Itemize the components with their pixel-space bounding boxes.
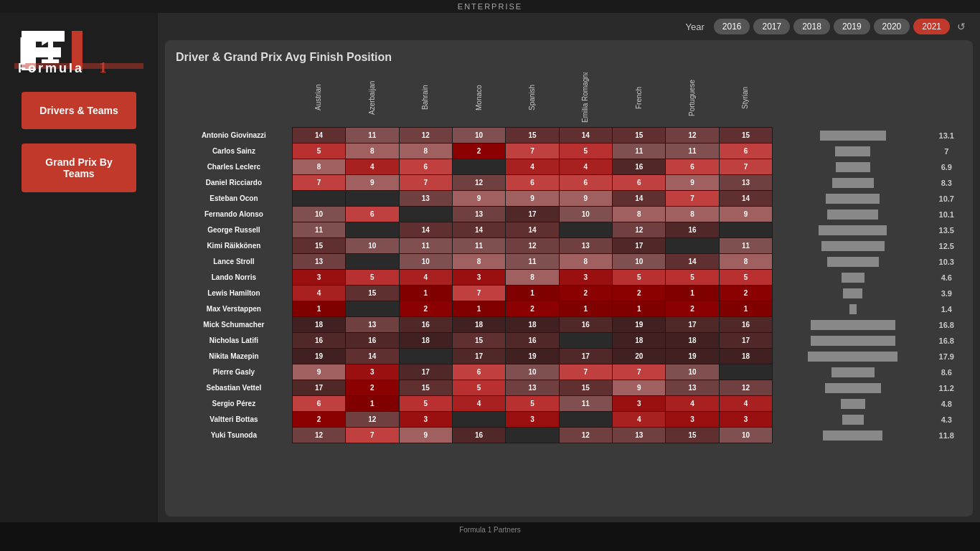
heatmap-cell: 4: [346, 159, 399, 175]
heatmap-cell: 11: [666, 143, 719, 159]
heatmap-cell: 10: [506, 364, 559, 380]
heatmap-cell: 14: [399, 222, 452, 238]
heatmap-cell: 8: [292, 159, 345, 175]
heatmap-cell: 5: [506, 396, 559, 412]
avg-value: 16.8: [928, 333, 961, 349]
heatmap-cell: 8: [452, 254, 505, 270]
heatmap-cell: 14: [506, 222, 559, 238]
refresh-icon[interactable]: ↺: [957, 21, 966, 32]
avg-bar-cell: [773, 286, 928, 301]
heatmap-cell: 14: [666, 254, 719, 270]
heatmap-cell: 6: [613, 175, 666, 191]
drivers-teams-button[interactable]: Drivers & Teams: [22, 92, 136, 129]
avg-bar-cell: [773, 270, 928, 286]
heatmap-cell: 14: [452, 222, 505, 238]
heatmap-cell: 13: [399, 191, 452, 207]
avg-value: 8.3: [928, 175, 961, 191]
heatmap-cell: 17: [292, 380, 345, 396]
heatmap-cell: 7: [559, 364, 612, 380]
heatmap-cell: 14: [719, 191, 772, 207]
avg-value: 13.1: [928, 128, 961, 143]
heatmap-cell: 6: [719, 143, 772, 159]
heatmap-cell: 8: [506, 270, 559, 286]
grand-prix-by-teams-button[interactable]: Grand Prix By Teams: [22, 143, 136, 192]
driver-name: Lance Stroll: [176, 254, 292, 270]
heatmap-table: Austrian Azerbaijan Bahrain Monaco Spani…: [176, 72, 962, 443]
heatmap-cell: 4: [506, 159, 559, 175]
table-row: Charles Leclerc8464416676.9: [176, 159, 962, 175]
avg-value: 4.6: [928, 270, 961, 286]
heatmap-cell: 13: [666, 380, 719, 396]
table-row: Max Verstappen121211211.4: [176, 301, 962, 317]
heatmap-cell: 2: [559, 286, 612, 301]
heatmap-cell: 16: [613, 159, 666, 175]
heatmap-cell: 18: [292, 317, 345, 333]
heatmap-cell: 18: [506, 317, 559, 333]
year-2020[interactable]: 2020: [874, 19, 910, 34]
heatmap-cell: 14: [292, 128, 345, 143]
heatmap-cell: 13: [292, 254, 345, 270]
heatmap-cell: 6: [666, 159, 719, 175]
heatmap-cell: 1: [719, 301, 772, 317]
year-selector: Year 2016 2017 2018 2019 2020 2021 ↺: [165, 19, 973, 34]
heatmap-cell: 16: [292, 333, 345, 349]
driver-name: Valtteri Bottas: [176, 412, 292, 428]
avg-bar-cell: [773, 128, 928, 143]
heatmap-cell: [719, 364, 772, 380]
year-2021[interactable]: 2021: [913, 19, 950, 34]
avg-value: 7: [928, 143, 961, 159]
heatmap-cell: 1: [399, 286, 452, 301]
heatmap-cell: 9: [613, 380, 666, 396]
table-row: Esteban Ocon139991471410.7: [176, 191, 962, 207]
heatmap-cell: 6: [559, 175, 612, 191]
heatmap-cell: 11: [506, 254, 559, 270]
heatmap-cell: 5: [399, 396, 452, 412]
col-header-french: French: [613, 72, 666, 128]
heatmap-cell: 16: [666, 222, 719, 238]
table-row: Lewis Hamilton41517122123.9: [176, 286, 962, 301]
heatmap-cell: 13: [719, 175, 772, 191]
avg-bar-cell: [773, 143, 928, 159]
driver-name: Pierre Gasly: [176, 364, 292, 380]
heatmap-cell: 7: [452, 286, 505, 301]
svg-text:Formula: Formula: [18, 61, 84, 74]
heatmap-cell: 10: [559, 207, 612, 222]
heatmap-cell: 8: [346, 143, 399, 159]
year-2019[interactable]: 2019: [834, 19, 870, 34]
avg-bar-cell: [773, 301, 928, 317]
heatmap-cell: 12: [399, 128, 452, 143]
avg-value: 3.9: [928, 286, 961, 301]
avg-value: 17.9: [928, 349, 961, 364]
heatmap-cell: 6: [399, 159, 452, 175]
heatmap-cell: 13: [506, 380, 559, 396]
heatmap-cell: 9: [559, 191, 612, 207]
heatmap-cell: 10: [399, 254, 452, 270]
heatmap-cell: [346, 301, 399, 317]
heatmap-cell: 15: [559, 380, 612, 396]
year-2017[interactable]: 2017: [753, 19, 790, 34]
heatmap-cell: [559, 412, 612, 428]
heatmap-cell: 7: [719, 159, 772, 175]
heatmap-cell: 13: [613, 428, 666, 443]
table-row: Pierre Gasly931761077108.6: [176, 364, 962, 380]
avg-bar-cell: [773, 396, 928, 412]
heatmap-cell: 15: [613, 128, 666, 143]
avg-bar-cell: [773, 333, 928, 349]
heatmap-cell: 9: [346, 175, 399, 191]
driver-name: Lewis Hamilton: [176, 286, 292, 301]
heatmap-cell: 2: [346, 380, 399, 396]
heatmap-cell: 2: [613, 286, 666, 301]
heatmap-cell: 1: [452, 301, 505, 317]
col-header-monaco: Monaco: [452, 72, 505, 128]
heatmap-cell: 3: [292, 270, 345, 286]
heatmap-cell: 7: [292, 175, 345, 191]
year-2018[interactable]: 2018: [793, 19, 830, 34]
year-2016[interactable]: 2016: [714, 19, 750, 34]
heatmap-cell: 3: [666, 412, 719, 428]
heatmap-cell: 15: [452, 333, 505, 349]
avg-value: 4.8: [928, 396, 961, 412]
heatmap-cell: [399, 207, 452, 222]
heatmap-cell: 3: [346, 364, 399, 380]
table-row: Kimi Räikkönen151011111213171112.5: [176, 238, 962, 254]
heatmap-cell: [666, 238, 719, 254]
